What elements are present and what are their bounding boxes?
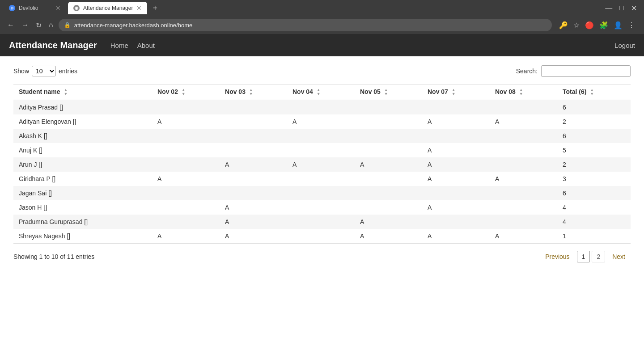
cell-nov03 xyxy=(220,114,287,129)
cell-nov05: A xyxy=(355,157,422,172)
cell-nov03 xyxy=(220,129,287,143)
cell-nov07: A xyxy=(422,229,490,243)
previous-button[interactable]: Previous xyxy=(540,251,575,262)
table-row: Pradumna Guruprasad []AA4 xyxy=(13,215,631,229)
table-row: Jason H []AA4 xyxy=(13,200,631,215)
col-nov04[interactable]: Nov 04 ▲▼ xyxy=(287,84,355,100)
attendance-tab-label: Attendance Manager xyxy=(83,5,133,11)
cell-student_name: Shreyas Nagesh [] xyxy=(13,229,152,243)
cell-nov08 xyxy=(490,200,557,215)
cell-nov03: A xyxy=(220,215,287,229)
nav-link-home[interactable]: Home xyxy=(110,40,128,51)
maximize-icon[interactable]: □ xyxy=(619,4,624,13)
cell-total: 5 xyxy=(557,143,631,157)
cell-nov04 xyxy=(287,186,355,200)
cell-total: 2 xyxy=(557,157,631,172)
col-nov02[interactable]: Nov 02 ▲▼ xyxy=(152,84,220,100)
cell-nov02 xyxy=(152,143,220,157)
cell-nov08 xyxy=(490,215,557,229)
cell-nov05: A xyxy=(355,229,422,243)
search-label: Search: xyxy=(516,68,538,75)
table-row: Giridhara P []AAA3 xyxy=(13,172,631,186)
block-icon: 🔴 xyxy=(585,21,594,30)
cell-nov04 xyxy=(287,100,355,115)
minimize-icon[interactable]: — xyxy=(605,4,612,13)
logout-button[interactable]: Logout xyxy=(614,42,635,49)
attendance-tab-icon: ◉ xyxy=(73,5,80,11)
address-bar: ← → ↻ ⌂ 🔒 attendance-manager.hackerdash.… xyxy=(0,16,644,34)
cell-total: 3 xyxy=(557,172,631,186)
cell-nov04 xyxy=(287,129,355,143)
table-row: Arun J []AAAA2 xyxy=(13,157,631,172)
col-nov05[interactable]: Nov 05 ▲▼ xyxy=(355,84,422,100)
cell-total: 4 xyxy=(557,200,631,215)
cell-nov02 xyxy=(152,157,220,172)
table-row: Shreyas Nagesh []AAAAA1 xyxy=(13,229,631,243)
cell-nov07 xyxy=(422,215,490,229)
cell-nov02 xyxy=(152,186,220,200)
col-nov07[interactable]: Nov 07 ▲▼ xyxy=(422,84,490,100)
cell-student_name: Jason H [] xyxy=(13,200,152,215)
sort-icon-nov04: ▲▼ xyxy=(317,88,321,96)
nav-link-about[interactable]: About xyxy=(137,40,155,51)
cell-nov07: A xyxy=(422,143,490,157)
puzzle-icon[interactable]: 🧩 xyxy=(599,21,608,30)
cell-nov07: A xyxy=(422,172,490,186)
table-row: Aditya Prasad []6 xyxy=(13,100,631,115)
url-bar[interactable]: 🔒 attendance-manager.hackerdash.online/h… xyxy=(59,19,552,31)
search-input[interactable] xyxy=(541,65,631,77)
cell-nov05 xyxy=(355,200,422,215)
page-1-button[interactable]: 1 xyxy=(577,251,590,262)
cell-total: 6 xyxy=(557,100,631,115)
cell-nov08: A xyxy=(490,172,557,186)
profile-icon[interactable]: 👤 xyxy=(614,21,623,30)
cell-nov07: A xyxy=(422,114,490,129)
reload-button[interactable]: ↻ xyxy=(34,19,43,31)
page-2-button[interactable]: 2 xyxy=(592,251,605,262)
cell-nov02: A xyxy=(152,114,220,129)
back-button[interactable]: ← xyxy=(5,19,16,31)
cell-nov03 xyxy=(220,100,287,115)
cell-nov02: A xyxy=(152,229,220,243)
new-tab-button[interactable]: + xyxy=(149,4,161,13)
nav-links: Home About xyxy=(110,40,155,51)
cell-nov05 xyxy=(355,100,422,115)
col-student-name[interactable]: Student name ▲▼ xyxy=(13,84,152,100)
table-header-row: Student name ▲▼ Nov 02 ▲▼ Nov 03 ▲▼ Nov … xyxy=(13,84,631,100)
home-button[interactable]: ⌂ xyxy=(47,19,55,31)
col-nov03[interactable]: Nov 03 ▲▼ xyxy=(220,84,287,100)
cell-nov02: A xyxy=(152,172,220,186)
cell-nov05 xyxy=(355,114,422,129)
cell-student_name: Aditya Prasad [] xyxy=(13,100,152,115)
cell-nov04: A xyxy=(287,114,355,129)
cell-nov03: A xyxy=(220,229,287,243)
tab-attendance[interactable]: ◉ Attendance Manager ✕ xyxy=(68,2,147,14)
devfolio-tab-close[interactable]: ✕ xyxy=(55,4,61,12)
entries-select[interactable]: 10 25 50 100 xyxy=(32,66,56,76)
forward-button[interactable]: → xyxy=(20,19,30,31)
table-row: Anuj K []A5 xyxy=(13,143,631,157)
tab-devfolio[interactable]: D Devfolio ✕ xyxy=(4,2,66,14)
table-controls: Show 10 25 50 100 entries Search: xyxy=(13,65,631,77)
star-icon[interactable]: ☆ xyxy=(573,21,580,30)
attendance-tab-close[interactable]: ✕ xyxy=(136,4,142,12)
col-nov08[interactable]: Nov 08 ▲▼ xyxy=(490,84,557,100)
cell-nov08 xyxy=(490,129,557,143)
close-icon[interactable]: ✕ xyxy=(631,4,637,13)
devfolio-tab-label: Devfolio xyxy=(19,5,38,11)
cell-nov04 xyxy=(287,172,355,186)
cell-nov08 xyxy=(490,143,557,157)
cell-nov07 xyxy=(422,129,490,143)
data-table: Student name ▲▼ Nov 02 ▲▼ Nov 03 ▲▼ Nov … xyxy=(13,84,631,243)
col-total[interactable]: Total (6) ▲▼ xyxy=(557,84,631,100)
cell-total: 1 xyxy=(557,229,631,243)
tab-bar: D Devfolio ✕ ◉ Attendance Manager ✕ + — … xyxy=(0,0,644,16)
cell-nov05 xyxy=(355,186,422,200)
cell-nov02 xyxy=(152,100,220,115)
cell-nov04 xyxy=(287,229,355,243)
cell-nov05 xyxy=(355,143,422,157)
cell-nov02 xyxy=(152,129,220,143)
cell-student_name: Giridhara P [] xyxy=(13,172,152,186)
menu-icon[interactable]: ⋮ xyxy=(628,21,635,30)
next-button[interactable]: Next xyxy=(607,251,631,262)
